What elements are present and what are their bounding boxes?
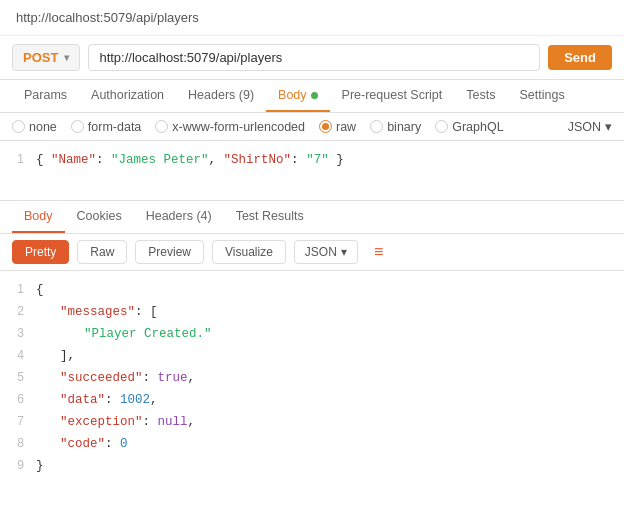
tab-prerequest[interactable]: Pre-request Script (330, 80, 455, 112)
tab-authorization[interactable]: Authorization (79, 80, 176, 112)
option-raw[interactable]: raw (319, 120, 356, 134)
response-line-4: 4 ], (0, 345, 624, 367)
response-line-6: 6 "data": 1002, (0, 389, 624, 411)
raw-button[interactable]: Raw (77, 240, 127, 264)
radio-form-data[interactable] (71, 120, 84, 133)
method-chevron-icon: ▾ (64, 52, 69, 63)
option-urlencoded[interactable]: x-www-form-urlencoded (155, 120, 305, 134)
response-json-chevron-icon: ▾ (341, 245, 347, 259)
option-graphql[interactable]: GraphQL (435, 120, 503, 134)
response-line-7: 7 "exception": null, (0, 411, 624, 433)
tab-settings[interactable]: Settings (507, 80, 576, 112)
response-tab-headers[interactable]: Headers (4) (134, 201, 224, 233)
radio-binary[interactable] (370, 120, 383, 133)
send-button[interactable]: Send (548, 45, 612, 70)
response-line-1: 1 { (0, 279, 624, 301)
response-json-selector[interactable]: JSON ▾ (294, 240, 358, 264)
url-bar-top: http://localhost:5079/api/players (0, 0, 624, 36)
radio-none[interactable] (12, 120, 25, 133)
body-options-row: none form-data x-www-form-urlencoded raw… (0, 113, 624, 141)
method-select[interactable]: POST ▾ (12, 44, 80, 71)
request-row: POST ▾ Send (0, 36, 624, 80)
pretty-button[interactable]: Pretty (12, 240, 69, 264)
radio-urlencoded[interactable] (155, 120, 168, 133)
option-none[interactable]: none (12, 120, 57, 134)
tab-tests[interactable]: Tests (454, 80, 507, 112)
response-tab-cookies[interactable]: Cookies (65, 201, 134, 233)
response-line-8: 8 "code": 0 (0, 433, 624, 455)
response-line-9: 9 } (0, 455, 624, 477)
json-type-selector[interactable]: JSON ▾ (568, 119, 612, 134)
radio-graphql[interactable] (435, 120, 448, 133)
request-code-line-1: 1 { "Name": "James Peter", "ShirtNo": "7… (0, 149, 624, 171)
response-line-2: 2 "messages": [ (0, 301, 624, 323)
response-tab-test-results[interactable]: Test Results (224, 201, 316, 233)
method-label: POST (23, 50, 58, 65)
radio-raw[interactable] (319, 120, 332, 133)
filter-icon[interactable]: ≡ (374, 243, 383, 261)
tab-headers[interactable]: Headers (9) (176, 80, 266, 112)
response-actions-row: Pretty Raw Preview Visualize JSON ▾ ≡ (0, 234, 624, 271)
option-binary[interactable]: binary (370, 120, 421, 134)
response-tab-body[interactable]: Body (12, 201, 65, 233)
code-editor: 1 { "Name": "James Peter", "ShirtNo": "7… (0, 141, 624, 201)
request-tabs-row: Params Authorization Headers (9) Body Pr… (0, 80, 624, 113)
response-tabs-row: Body Cookies Headers (4) Test Results (0, 201, 624, 234)
tab-params[interactable]: Params (12, 80, 79, 112)
response-code-viewer: 1 { 2 "messages": [ 3 "Player Created." … (0, 271, 624, 485)
preview-button[interactable]: Preview (135, 240, 204, 264)
option-form-data[interactable]: form-data (71, 120, 142, 134)
url-input[interactable] (88, 44, 540, 71)
visualize-button[interactable]: Visualize (212, 240, 286, 264)
response-line-3: 3 "Player Created." (0, 323, 624, 345)
response-line-5: 5 "succeeded": true, (0, 367, 624, 389)
tab-body[interactable]: Body (266, 80, 330, 112)
body-dot-indicator (311, 92, 318, 99)
json-chevron-icon: ▾ (605, 119, 612, 134)
